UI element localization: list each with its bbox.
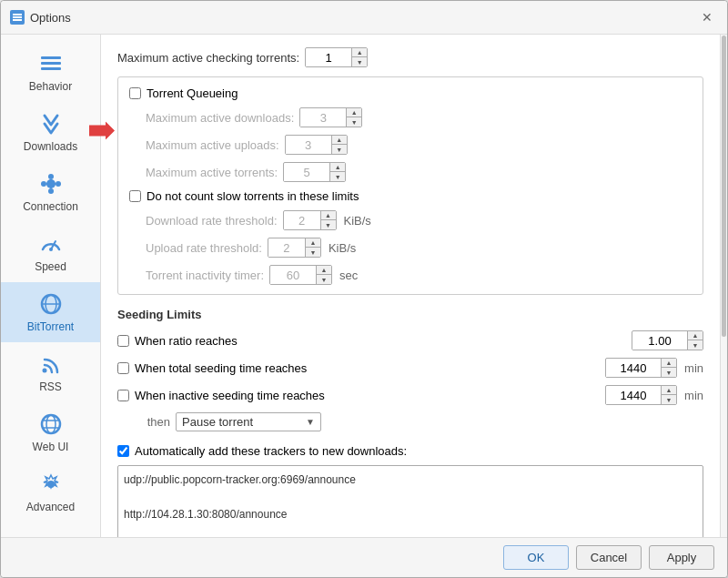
svg-point-8 (41, 181, 46, 187)
when-inactive-seeding-checkbox[interactable] (117, 390, 129, 401)
torrent-queueing-checkbox[interactable] (129, 87, 141, 99)
max-uploads-input[interactable] (286, 137, 331, 154)
svg-rect-0 (13, 14, 22, 15)
max-torrents-up[interactable]: ▲ (330, 163, 345, 172)
upload-rate-input[interactable] (268, 239, 305, 257)
upload-rate-up[interactable]: ▲ (306, 238, 320, 248)
sidebar-item-bittorrent[interactable]: BitTorrent (1, 282, 100, 342)
max-uploads-spinner-btns: ▲ ▼ (331, 136, 347, 154)
max-checking-down[interactable]: ▼ (352, 57, 367, 66)
max-uploads-up[interactable]: ▲ (332, 136, 347, 145)
upload-rate-down[interactable]: ▼ (306, 248, 320, 257)
bittorrent-icon (38, 291, 64, 317)
sidebar-label-connection: Connection (23, 200, 78, 213)
max-uploads-label: Maximum active uploads: (146, 138, 279, 152)
when-inactive-seeding-input[interactable] (606, 387, 661, 404)
scrollbar-track[interactable] (720, 35, 727, 537)
svg-rect-3 (41, 56, 61, 59)
apply-button[interactable]: Apply (649, 545, 714, 570)
when-total-seeding-spinner-btns: ▲ ▼ (661, 359, 676, 377)
webui-icon (38, 411, 64, 437)
max-downloads-input[interactable] (300, 109, 346, 127)
download-rate-spinner[interactable]: ▲ ▼ (283, 210, 337, 230)
max-uploads-spinner[interactable]: ▲ ▼ (285, 135, 348, 155)
sidebar-item-connection[interactable]: Connection (1, 162, 100, 222)
max-downloads-label: Maximum active downloads: (146, 111, 294, 125)
inactivity-timer-up[interactable]: ▲ (317, 266, 331, 275)
close-button[interactable]: ✕ (696, 6, 718, 28)
upload-rate-spinner[interactable]: ▲ ▼ (268, 238, 321, 258)
max-checking-label: Maximum active checking torrents: (117, 51, 299, 65)
seeding-limits-section: Seeding Limits When ratio reaches ▲ ▼ (117, 308, 703, 431)
max-downloads-down[interactable]: ▼ (347, 117, 361, 127)
auto-trackers-row: Automatically add these trackers to new … (117, 444, 703, 458)
sidebar-item-webui[interactable]: Web UI (1, 402, 100, 462)
sidebar-item-downloads[interactable]: Downloads (1, 102, 100, 162)
when-total-seeding-spinner[interactable]: ▲ ▼ (605, 358, 677, 378)
ok-button[interactable]: OK (503, 545, 569, 570)
inactivity-timer-spinner[interactable]: ▲ ▼ (269, 265, 332, 285)
when-total-seeding-input[interactable] (606, 360, 661, 377)
max-torrents-input[interactable] (284, 164, 329, 181)
when-ratio-input[interactable] (632, 332, 687, 350)
dropdown-arrow-icon: ▼ (306, 417, 315, 427)
max-checking-spinner-btns: ▲ ▼ (351, 48, 367, 66)
download-rate-input[interactable] (284, 212, 320, 229)
rss-icon (38, 351, 64, 377)
when-total-seeding-up[interactable]: ▲ (662, 359, 676, 368)
sidebar-item-rss[interactable]: RSS (1, 342, 100, 402)
max-torrents-label: Maximum active torrents: (146, 166, 278, 179)
download-rate-up[interactable]: ▲ (321, 211, 336, 220)
when-ratio-checkbox[interactable] (117, 335, 129, 347)
svg-rect-2 (13, 19, 22, 21)
when-inactive-seeding-down[interactable]: ▼ (662, 395, 676, 404)
max-downloads-up[interactable]: ▲ (347, 108, 361, 117)
when-total-seeding-down[interactable]: ▼ (662, 368, 676, 377)
max-downloads-spinner[interactable]: ▲ ▼ (299, 107, 362, 127)
inactivity-timer-input[interactable] (270, 267, 316, 284)
scrollbar-thumb[interactable] (722, 35, 726, 337)
upload-rate-label: Upload rate threshold: (146, 241, 262, 255)
sidebar-item-advanced[interactable]: Advanced (1, 462, 100, 522)
when-inactive-seeding-spinner-btns: ▲ ▼ (661, 386, 676, 404)
upload-rate-unit: KiB/s (329, 241, 356, 255)
when-ratio-up[interactable]: ▲ (688, 331, 703, 340)
max-torrents-down[interactable]: ▼ (330, 172, 345, 181)
max-checking-up[interactable]: ▲ (352, 48, 367, 57)
when-total-seeding-checkbox[interactable] (117, 362, 129, 374)
then-label: then (134, 415, 170, 429)
max-uploads-down[interactable]: ▼ (332, 145, 347, 154)
when-ratio-down[interactable]: ▼ (688, 340, 703, 350)
cancel-button[interactable]: Cancel (576, 545, 642, 570)
when-inactive-seeding-spinner[interactable]: ▲ ▼ (605, 385, 677, 405)
download-rate-label: Download rate threshold: (146, 214, 278, 228)
arrow-indicator (89, 122, 115, 143)
when-ratio-spinner[interactable]: ▲ ▼ (632, 330, 703, 350)
sidebar-label-webui: Web UI (33, 441, 69, 453)
max-torrents-spinner[interactable]: ▲ ▼ (283, 162, 346, 182)
app-icon (10, 10, 25, 25)
when-inactive-seeding-up[interactable]: ▲ (662, 386, 676, 395)
pause-torrent-dropdown[interactable]: Pause torrent ▼ (176, 412, 321, 431)
sidebar-item-speed[interactable]: Speed (1, 222, 100, 282)
max-checking-input[interactable] (306, 49, 351, 66)
max-checking-spinner[interactable]: ▲ ▼ (305, 47, 368, 67)
sidebar-label-rss: RSS (39, 380, 62, 393)
slow-torrents-checkbox[interactable] (129, 190, 141, 202)
queueing-group: Torrent Queueing Maximum active download… (117, 76, 703, 295)
options-window: Options ✕ Behavior (0, 0, 728, 578)
auto-trackers-checkbox[interactable] (117, 445, 129, 457)
sidebar-item-behavior[interactable]: Behavior (1, 42, 100, 102)
upload-rate-row: Upload rate threshold: ▲ ▼ KiB/s (129, 238, 692, 258)
download-rate-row: Download rate threshold: ▲ ▼ KiB/s (129, 210, 692, 230)
svg-point-11 (48, 174, 54, 179)
svg-rect-4 (41, 62, 61, 65)
inactivity-timer-down[interactable]: ▼ (317, 275, 331, 284)
when-total-seeding-label: When total seeding time reaches (135, 361, 307, 375)
svg-rect-5 (41, 67, 61, 70)
sidebar-label-bittorrent: BitTorrent (27, 320, 74, 333)
tracker-urls-textarea[interactable]: udp://public.popcorn-tracker.org:6969/an… (117, 465, 703, 537)
svg-point-20 (42, 415, 60, 433)
pause-torrent-option: Pause torrent (182, 415, 253, 429)
download-rate-down[interactable]: ▼ (321, 220, 336, 229)
